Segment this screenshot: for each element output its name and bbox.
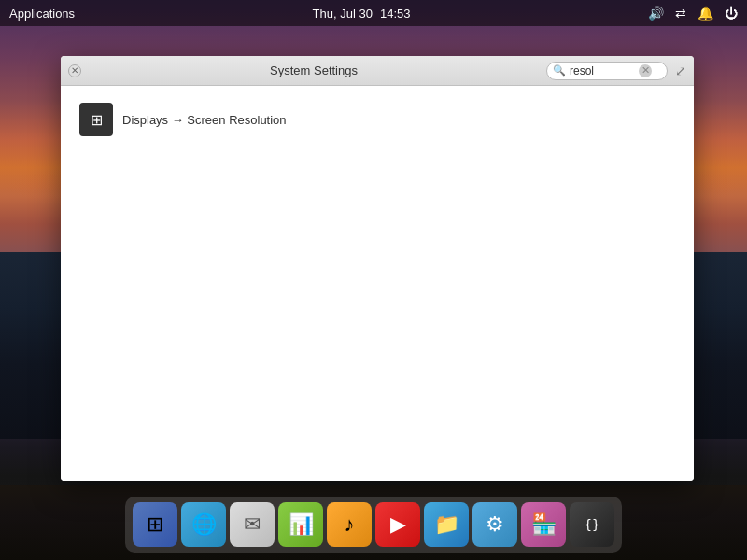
window-title: System Settings [81, 63, 546, 77]
search-input[interactable] [570, 64, 635, 77]
volume-icon[interactable]: 🔊 [648, 6, 664, 21]
panel-left: Applications [9, 7, 75, 21]
dock-item-dev[interactable]: {} [570, 502, 614, 547]
dock-item-settings[interactable]: ⚙ [472, 502, 517, 547]
search-bar: 🔍 ✕ [546, 62, 668, 80]
search-result-displays[interactable]: ⊞ Displays → Screen Resolution [72, 97, 683, 142]
system-settings-window: ✕ System Settings 🔍 ✕ ⤢ ⊞ Displays → Scr… [61, 56, 694, 481]
displays-app-icon: ⊞ [79, 103, 113, 136]
search-icon: 🔍 [553, 64, 566, 77]
dock-item-music[interactable]: ♪ [327, 502, 372, 547]
dock-item-browser[interactable]: 🌐 [181, 502, 226, 547]
window-titlebar: ✕ System Settings 🔍 ✕ ⤢ [61, 56, 694, 86]
taskbar-dock: ⊞ 🌐 ✉ 📊 ♪ ▶ 📁 ⚙ 🏪 {} [125, 497, 622, 553]
dock-item-calc[interactable]: 📊 [278, 502, 323, 547]
window-content: ⊞ Displays → Screen Resolution [61, 86, 694, 481]
clear-search-button[interactable]: ✕ [639, 64, 652, 77]
dock-item-mail[interactable]: ✉ [230, 502, 275, 547]
panel-right: 🔊 ⇄ 🔔 ⏻ [648, 6, 738, 21]
time-display: 14:53 [380, 7, 411, 21]
power-icon[interactable]: ⏻ [725, 6, 738, 21]
date-display: Thu, Jul 30 [313, 7, 373, 21]
applications-menu[interactable]: Applications [9, 7, 75, 21]
dock-item-files[interactable]: 📁 [424, 502, 469, 547]
dock-item-workspace[interactable]: ⊞ [133, 502, 177, 547]
dock-item-video[interactable]: ▶ [375, 502, 420, 547]
monitor-icon: ⊞ [91, 111, 103, 129]
maximize-button[interactable]: ⤢ [675, 63, 686, 78]
network-icon[interactable]: ⇄ [675, 6, 686, 21]
top-panel: Applications Thu, Jul 30 14:53 🔊 ⇄ 🔔 ⏻ [0, 0, 747, 26]
panel-center: Thu, Jul 30 14:53 [313, 7, 411, 21]
dock-item-store[interactable]: 🏪 [521, 502, 566, 547]
search-result-label: Displays → Screen Resolution [122, 113, 287, 127]
notification-icon[interactable]: 🔔 [698, 6, 713, 21]
close-button[interactable]: ✕ [68, 64, 81, 77]
